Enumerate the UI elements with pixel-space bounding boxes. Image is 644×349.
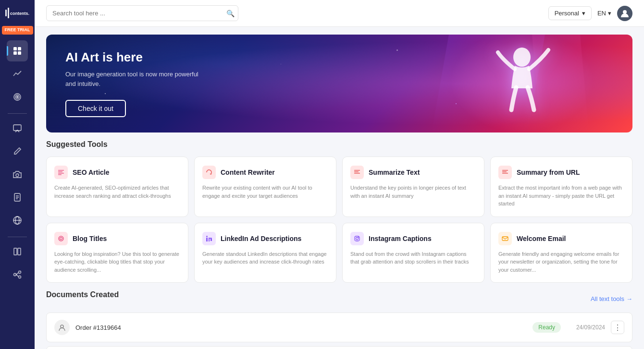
all-tools-link[interactable]: All text tools → — [591, 295, 632, 302]
sidebar-item-globe[interactable] — [7, 210, 28, 231]
tool-card-instagram[interactable]: Instagram Captions Stand out from the cr… — [342, 223, 484, 283]
svg-rect-29 — [58, 171, 62, 172]
doc-date-1: 24/09/2024 — [567, 324, 605, 331]
sidebar-item-dashboard[interactable] — [7, 40, 28, 61]
tool-card-summarize-text[interactable]: Summarize Text Understand the key points… — [342, 156, 484, 217]
doc-menu-button-1[interactable]: ⋮ — [611, 321, 624, 334]
svg-rect-1 — [8, 8, 9, 18]
svg-rect-31 — [58, 174, 62, 175]
svg-rect-6 — [18, 51, 21, 55]
tool-card-header: Blog Titles — [54, 232, 180, 245]
svg-rect-37 — [502, 173, 508, 174]
tool-desc-email: Generate friendly and engaging welcome e… — [498, 250, 624, 274]
language-selector[interactable]: EN ▾ — [597, 10, 611, 17]
svg-rect-30 — [58, 173, 64, 174]
svg-rect-19 — [14, 248, 17, 255]
tool-desc-summary-url: Extract the most important info from a w… — [498, 184, 624, 208]
summary-url-icon — [498, 166, 512, 179]
sidebar-item-chat[interactable] — [7, 118, 28, 139]
tool-card-header: Instagram Captions — [350, 232, 476, 245]
workspace-selector[interactable]: Personal ▾ — [548, 6, 592, 20]
tool-card-header: Content Rewriter — [202, 166, 328, 179]
content-rewriter-icon — [202, 166, 216, 179]
sidebar-item-targets[interactable] — [7, 86, 28, 108]
search-icon[interactable]: 🔍 — [226, 10, 235, 17]
tool-name-blog: Blog Titles — [73, 235, 107, 242]
tool-card-header: Summarize Text — [350, 166, 476, 179]
hero-title: AI Art is here — [65, 50, 200, 65]
svg-rect-20 — [18, 248, 21, 255]
svg-point-9 — [17, 96, 18, 97]
hero-figure — [450, 35, 594, 132]
tools-grid: SEO Article Create AI-generated, SEO-opt… — [46, 156, 632, 283]
tool-card-content-rewriter[interactable]: Content Rewriter Rewrite your existing c… — [194, 156, 336, 217]
svg-rect-3 — [13, 47, 17, 50]
arrow-right-icon: → — [626, 295, 632, 302]
tool-card-header: Summary from URL — [498, 166, 624, 179]
sidebar-item-camera[interactable] — [7, 164, 28, 185]
documents-title: Documents Created — [46, 290, 119, 299]
tool-name-instagram: Instagram Captions — [369, 235, 432, 242]
svg-point-38 — [59, 236, 63, 241]
svg-text:contents.ai: contents.ai — [10, 11, 29, 16]
tool-card-header: LinkedIn Ad Descriptions — [202, 232, 328, 245]
search-input[interactable] — [46, 5, 238, 21]
table-row: Order #1319664 Ready 24/09/2024 ⋮ — [46, 313, 632, 342]
svg-point-22 — [19, 271, 21, 273]
sidebar-item-analytics[interactable] — [7, 63, 28, 84]
instagram-icon — [350, 232, 364, 245]
hero-content: AI Art is here Our image generation tool… — [46, 35, 219, 132]
tool-card-linkedin[interactable]: LinkedIn Ad Descriptions Generate stando… — [194, 223, 336, 283]
hero-banner: AI Art is here Our image generation tool… — [46, 35, 632, 132]
workspace-label: Personal — [555, 10, 579, 17]
summarize-text-icon — [350, 166, 364, 179]
search-container: 🔍 — [46, 5, 238, 21]
table-row: Order #879198 Ready 08/02/2024 ⋮ — [46, 346, 632, 349]
svg-point-43 — [356, 237, 359, 240]
tool-card-welcome-email[interactable]: Welcome Email Generate friendly and enga… — [490, 223, 632, 283]
blog-titles-icon — [54, 232, 68, 245]
sidebar-item-integrations[interactable] — [7, 264, 28, 285]
tool-card-seo-article[interactable]: SEO Article Create AI-generated, SEO-opt… — [46, 156, 188, 217]
header: 🔍 Personal ▾ EN ▾ — [35, 0, 644, 27]
tool-card-summary-url[interactable]: Summary from URL Extract the most import… — [490, 156, 632, 217]
tool-name-email: Welcome Email — [517, 235, 566, 242]
svg-rect-28 — [58, 170, 64, 171]
tool-card-blog-titles[interactable]: Blog Titles Looking for blog inspiration… — [46, 223, 188, 283]
svg-rect-35 — [502, 170, 508, 171]
welcome-email-icon — [498, 232, 512, 245]
suggested-tools-title: Suggested Tools — [46, 140, 632, 149]
doc-icon-1 — [54, 320, 70, 335]
doc-status-1: Ready — [533, 322, 561, 333]
svg-point-27 — [513, 48, 531, 67]
sidebar-item-library[interactable] — [7, 241, 28, 262]
svg-point-46 — [61, 325, 63, 328]
sidebar-divider-2 — [8, 237, 27, 237]
language-label: EN — [597, 10, 606, 17]
sidebar-item-documents[interactable] — [7, 187, 28, 208]
tool-name-linkedin: LinkedIn Ad Descriptions — [221, 235, 301, 242]
doc-name-1: Order #1319664 — [75, 324, 527, 331]
logo: contents.ai — [0, 8, 35, 18]
svg-point-44 — [359, 237, 359, 237]
svg-point-26 — [623, 10, 627, 14]
user-avatar[interactable] — [617, 6, 632, 21]
tool-name-rewriter: Content Rewriter — [221, 168, 275, 176]
hero-subtitle: Our image generation tool is now more po… — [65, 70, 200, 88]
svg-point-11 — [16, 174, 19, 177]
all-tools-label: All text tools — [591, 295, 624, 302]
svg-rect-45 — [502, 237, 508, 241]
tool-card-header: Welcome Email — [498, 232, 624, 245]
svg-rect-34 — [354, 173, 360, 174]
sidebar-item-edit[interactable] — [7, 141, 28, 162]
svg-rect-4 — [18, 47, 21, 50]
workspace-chevron-icon: ▾ — [582, 10, 585, 17]
hero-cta-button[interactable]: Check it out — [65, 100, 126, 117]
content-area: AI Art is here Our image generation tool… — [35, 27, 644, 349]
language-chevron-icon: ▾ — [608, 10, 611, 17]
svg-rect-33 — [354, 171, 359, 172]
svg-line-24 — [16, 273, 19, 275]
suggested-tools-section: Suggested Tools SEO Article — [35, 140, 644, 290]
svg-point-23 — [19, 276, 21, 278]
documents-section: Documents Created All text tools → Order… — [35, 290, 644, 349]
